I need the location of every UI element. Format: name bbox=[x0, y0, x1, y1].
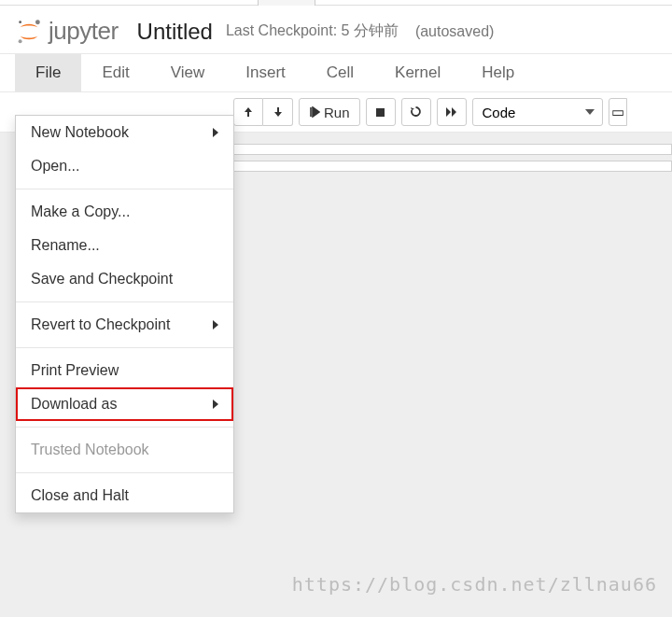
menu-save-checkpoint[interactable]: Save and Checkpoint bbox=[16, 262, 233, 296]
menu-item-label: Close and Halt bbox=[31, 487, 129, 504]
restart-run-all-button[interactable] bbox=[437, 98, 467, 126]
keyboard-icon: ▭ bbox=[611, 104, 624, 120]
menu-make-copy[interactable]: Make a Copy... bbox=[16, 195, 233, 229]
submenu-arrow-icon bbox=[213, 320, 218, 330]
menu-new-notebook[interactable]: New Notebook bbox=[16, 116, 233, 149]
menu-insert[interactable]: Insert bbox=[225, 54, 306, 91]
menu-cell[interactable]: Cell bbox=[306, 54, 374, 91]
menu-item-label: Rename... bbox=[31, 237, 100, 254]
move-up-button[interactable] bbox=[233, 98, 263, 126]
menu-view[interactable]: View bbox=[150, 54, 226, 91]
menu-edit[interactable]: Edit bbox=[81, 54, 149, 91]
run-label: Run bbox=[324, 105, 350, 120]
file-dropdown: New Notebook Open... Make a Copy... Rena… bbox=[15, 115, 234, 513]
svg-rect-3 bbox=[376, 108, 385, 117]
svg-point-0 bbox=[35, 20, 40, 24]
command-palette-button[interactable]: ▭ bbox=[609, 98, 627, 126]
menu-divider bbox=[16, 427, 233, 428]
notebook-title[interactable]: Untitled bbox=[137, 19, 213, 45]
jupyter-logo[interactable]: jupyter bbox=[15, 17, 119, 46]
menu-item-label: Open... bbox=[31, 158, 79, 175]
svg-point-1 bbox=[19, 39, 22, 43]
menu-divider bbox=[16, 301, 233, 302]
cell-type-select[interactable]: Code bbox=[472, 98, 603, 126]
watermark-text: https://blog.csdn.net/zllnau66 bbox=[292, 573, 657, 596]
restart-icon bbox=[410, 105, 422, 120]
menu-download-as[interactable]: Download as bbox=[16, 387, 233, 421]
menu-item-label: Make a Copy... bbox=[31, 203, 130, 220]
jupyter-icon bbox=[15, 18, 43, 46]
notebook-header: jupyter Untitled Last Checkpoint: 5 分钟前 … bbox=[0, 6, 672, 53]
fast-forward-icon bbox=[445, 105, 457, 120]
menu-item-label: Trusted Notebook bbox=[31, 442, 149, 458]
arrow-up-icon bbox=[243, 105, 254, 120]
menu-divider bbox=[16, 189, 233, 189]
menu-item-label: Download as bbox=[31, 396, 118, 413]
menu-close-halt[interactable]: Close and Halt bbox=[16, 479, 233, 512]
menu-file[interactable]: File bbox=[15, 54, 81, 91]
cell-placeholder[interactable] bbox=[233, 144, 672, 155]
menu-divider bbox=[16, 347, 233, 348]
menu-rename[interactable]: Rename... bbox=[16, 229, 233, 262]
stop-icon bbox=[375, 105, 385, 120]
interrupt-button[interactable] bbox=[366, 98, 396, 126]
menu-item-label: Save and Checkpoint bbox=[31, 271, 173, 287]
run-button[interactable]: Run bbox=[299, 98, 360, 126]
checkpoint-status: Last Checkpoint: 5 分钟前 bbox=[226, 21, 399, 41]
menu-item-label: Print Preview bbox=[31, 362, 119, 379]
menu-open[interactable]: Open... bbox=[16, 149, 233, 183]
jupyter-logo-text: jupyter bbox=[49, 17, 119, 46]
menu-trusted-notebook: Trusted Notebook bbox=[16, 433, 233, 467]
menu-print-preview[interactable]: Print Preview bbox=[16, 354, 233, 387]
restart-button[interactable] bbox=[401, 98, 431, 126]
arrow-down-icon bbox=[273, 105, 284, 120]
cell-placeholder[interactable] bbox=[233, 161, 672, 172]
run-icon bbox=[309, 105, 320, 120]
menu-kernel[interactable]: Kernel bbox=[374, 54, 461, 91]
menu-help[interactable]: Help bbox=[461, 54, 535, 91]
menu-divider bbox=[16, 472, 233, 473]
menu-item-label: Revert to Checkpoint bbox=[31, 316, 170, 333]
move-down-button[interactable] bbox=[263, 98, 293, 126]
submenu-arrow-icon bbox=[213, 400, 218, 409]
window-topbar bbox=[0, 0, 672, 6]
submenu-arrow-icon bbox=[213, 128, 218, 137]
menu-item-label: New Notebook bbox=[31, 124, 129, 141]
svg-point-2 bbox=[19, 21, 21, 23]
menu-revert-checkpoint[interactable]: Revert to Checkpoint bbox=[16, 308, 233, 342]
menubar: File Edit View Insert Cell Kernel Help bbox=[0, 53, 672, 92]
autosaved-status: (autosaved) bbox=[415, 23, 495, 40]
